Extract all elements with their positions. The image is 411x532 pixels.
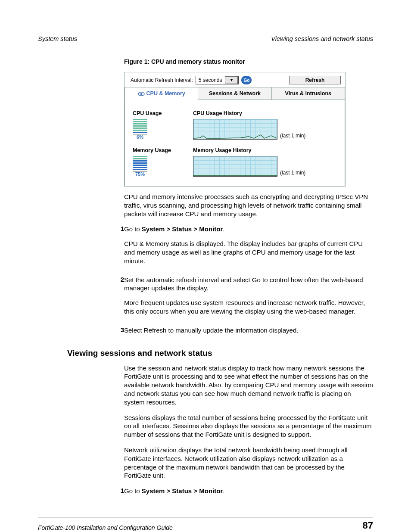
dropdown-arrow-icon[interactable]: ▾: [225, 76, 238, 84]
cpu-history-chart: [193, 119, 277, 140]
intro-paragraph: CPU and memory intensive processes such …: [124, 193, 373, 218]
step1b-line1: Go to System > Status > Monitor.: [124, 487, 373, 495]
mem-history-label: Memory Usage History: [193, 147, 277, 153]
sessions-para-3: Network utilization displays the total n…: [124, 446, 373, 480]
go-button[interactable]: Go: [241, 76, 252, 84]
svg-point-1: [140, 93, 142, 95]
mem-history-chart: [193, 156, 277, 177]
cpu-usage-label: CPU Usage: [133, 110, 193, 116]
refresh-interval-select[interactable]: 5 seconds ▾: [196, 76, 239, 84]
figure-caption: Figure 1: CPU and memory status monitor: [124, 58, 373, 65]
tab-cpu-memory[interactable]: CPU & Memory: [125, 87, 198, 100]
eye-icon: [138, 92, 145, 96]
step2-line2: More frequent updates use system resourc…: [124, 299, 373, 316]
cpu-usage-value: 6%: [133, 134, 147, 140]
running-head-right: Viewing sessions and network status: [271, 35, 373, 42]
step-number-2: 2: [109, 276, 124, 322]
mem-usage-bars: [133, 156, 147, 170]
cpu-history-caption: (last 1 min): [280, 133, 305, 139]
tab-sessions-network[interactable]: Sessions & Network: [198, 87, 271, 100]
top-rule: [38, 45, 373, 45]
bottom-rule: [38, 517, 373, 517]
step1-line1: Go to System > Status > Monitor.: [124, 225, 373, 233]
step2-line1: Set the automatic refresh interval and s…: [124, 276, 373, 293]
tab-virus-intrusions[interactable]: Virus & Intrusions: [272, 87, 345, 100]
page-number: 87: [363, 520, 373, 531]
section-heading: Viewing sessions and network status: [67, 348, 373, 358]
running-head-left: System status: [38, 35, 77, 42]
footer-title: FortiGate-100 Installation and Configura…: [38, 524, 173, 531]
step3-line1: Select Refresh to manually update the in…: [124, 326, 373, 335]
sessions-para-2: Sessions displays the total number of se…: [124, 414, 373, 439]
refresh-button[interactable]: Refresh: [289, 76, 341, 84]
cpu-usage-bars: [133, 119, 147, 133]
monitor-screenshot: Automatic Refresh Interval: 5 seconds ▾ …: [124, 72, 346, 187]
step1-line2: CPU & Memory status is displayed. The di…: [124, 240, 373, 265]
tab-cpu-memory-label: CPU & Memory: [146, 90, 185, 96]
mem-usage-value: 75%: [133, 171, 147, 177]
cpu-history-label: CPU Usage History: [193, 110, 277, 116]
step-number-1b: 1: [109, 487, 124, 501]
sessions-para-1: Use the session and network status displ…: [124, 364, 373, 407]
mem-usage-label: Memory Usage: [133, 147, 193, 153]
step-number-3: 3: [109, 326, 124, 341]
step-number-1: 1: [109, 225, 124, 271]
refresh-interval-label: Automatic Refresh Interval:: [131, 77, 193, 83]
mem-history-caption: (last 1 min): [280, 170, 305, 176]
refresh-interval-value: 5 seconds: [196, 77, 225, 83]
